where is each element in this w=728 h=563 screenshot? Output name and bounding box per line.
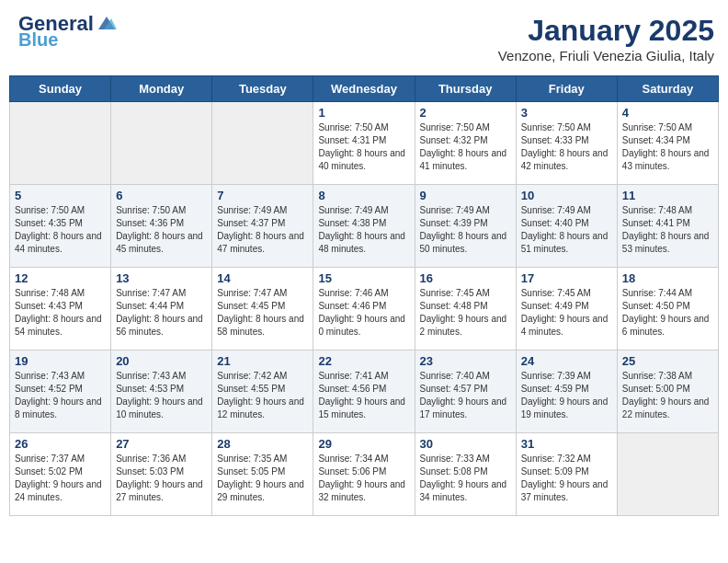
- calendar-cell: 6 Sunrise: 7:50 AMSunset: 4:36 PMDayligh…: [111, 185, 212, 268]
- day-number: 2: [420, 106, 511, 120]
- calendar-cell: 5 Sunrise: 7:50 AMSunset: 4:35 PMDayligh…: [10, 185, 111, 268]
- day-number: 19: [15, 354, 106, 368]
- calendar-cell: 17 Sunrise: 7:45 AMSunset: 4:49 PMDaylig…: [516, 268, 617, 350]
- day-number: 16: [420, 271, 511, 285]
- day-detail: Sunrise: 7:42 AMSunset: 4:55 PMDaylight:…: [217, 371, 304, 419]
- calendar-cell: 22 Sunrise: 7:41 AMSunset: 4:56 PMDaylig…: [313, 350, 415, 433]
- day-number: 18: [622, 271, 713, 285]
- calendar-cell: 14 Sunrise: 7:47 AMSunset: 4:45 PMDaylig…: [212, 268, 313, 350]
- week-row-2: 5 Sunrise: 7:50 AMSunset: 4:35 PMDayligh…: [10, 185, 719, 268]
- logo-icon: [97, 15, 117, 31]
- day-detail: Sunrise: 7:41 AMSunset: 4:56 PMDaylight:…: [318, 371, 405, 419]
- calendar-cell: 13 Sunrise: 7:47 AMSunset: 4:44 PMDaylig…: [111, 268, 212, 350]
- day-detail: Sunrise: 7:39 AMSunset: 4:59 PMDaylight:…: [521, 371, 609, 419]
- day-detail: Sunrise: 7:49 AMSunset: 4:37 PMDaylight:…: [217, 205, 304, 254]
- calendar-cell: 12 Sunrise: 7:48 AMSunset: 4:43 PMDaylig…: [10, 268, 111, 350]
- day-number: 23: [420, 354, 511, 368]
- calendar-cell: 1 Sunrise: 7:50 AMSunset: 4:31 PMDayligh…: [313, 102, 415, 185]
- day-detail: Sunrise: 7:50 AMSunset: 4:34 PMDaylight:…: [622, 122, 710, 171]
- calendar-cell: 29 Sunrise: 7:34 AMSunset: 5:06 PMDaylig…: [313, 433, 415, 516]
- calendar-cell: 21 Sunrise: 7:42 AMSunset: 4:55 PMDaylig…: [212, 350, 313, 433]
- day-detail: Sunrise: 7:37 AMSunset: 5:02 PMDaylight:…: [15, 454, 102, 502]
- day-detail: Sunrise: 7:50 AMSunset: 4:35 PMDaylight:…: [15, 205, 102, 254]
- week-row-1: 1 Sunrise: 7:50 AMSunset: 4:31 PMDayligh…: [10, 102, 719, 185]
- day-detail: Sunrise: 7:34 AMSunset: 5:06 PMDaylight:…: [318, 454, 405, 502]
- day-detail: Sunrise: 7:32 AMSunset: 5:09 PMDaylight:…: [521, 454, 609, 502]
- calendar-cell: 31 Sunrise: 7:32 AMSunset: 5:09 PMDaylig…: [516, 433, 617, 516]
- calendar-cell: 30 Sunrise: 7:33 AMSunset: 5:08 PMDaylig…: [415, 433, 516, 516]
- weekday-header-thursday: Thursday: [415, 76, 516, 102]
- day-number: 26: [15, 437, 106, 451]
- weekday-header-row: SundayMondayTuesdayWednesdayThursdayFrid…: [10, 76, 719, 102]
- calendar-cell: [10, 102, 111, 185]
- calendar-cell: 11 Sunrise: 7:48 AMSunset: 4:41 PMDaylig…: [617, 185, 718, 268]
- day-detail: Sunrise: 7:47 AMSunset: 4:45 PMDaylight:…: [217, 288, 304, 337]
- day-number: 13: [116, 271, 207, 285]
- day-number: 3: [521, 106, 612, 120]
- day-number: 8: [318, 189, 409, 202]
- day-detail: Sunrise: 7:45 AMSunset: 4:48 PMDaylight:…: [420, 288, 507, 337]
- day-number: 7: [217, 189, 308, 202]
- day-detail: Sunrise: 7:50 AMSunset: 4:36 PMDaylight:…: [116, 205, 203, 254]
- calendar-subtitle: Venzone, Friuli Venezia Giulia, Italy: [498, 48, 714, 63]
- day-detail: Sunrise: 7:44 AMSunset: 4:50 PMDaylight:…: [622, 288, 710, 337]
- weekday-header-tuesday: Tuesday: [212, 76, 313, 102]
- day-number: 29: [318, 437, 409, 451]
- calendar-title: January 2025: [498, 14, 714, 48]
- day-detail: Sunrise: 7:49 AMSunset: 4:39 PMDaylight:…: [420, 205, 507, 254]
- week-row-4: 19 Sunrise: 7:43 AMSunset: 4:52 PMDaylig…: [10, 350, 719, 433]
- day-detail: Sunrise: 7:50 AMSunset: 4:32 PMDaylight:…: [420, 122, 507, 171]
- calendar-cell: 24 Sunrise: 7:39 AMSunset: 4:59 PMDaylig…: [516, 350, 617, 433]
- calendar-cell: 25 Sunrise: 7:38 AMSunset: 5:00 PMDaylig…: [617, 350, 718, 433]
- day-number: 15: [318, 271, 409, 285]
- calendar-cell: 28 Sunrise: 7:35 AMSunset: 5:05 PMDaylig…: [212, 433, 313, 516]
- day-number: 11: [622, 189, 713, 202]
- day-number: 6: [116, 189, 207, 202]
- calendar-cell: 8 Sunrise: 7:49 AMSunset: 4:38 PMDayligh…: [313, 185, 415, 268]
- day-number: 27: [116, 437, 207, 451]
- calendar-cell: 7 Sunrise: 7:49 AMSunset: 4:37 PMDayligh…: [212, 185, 313, 268]
- day-number: 17: [521, 271, 612, 285]
- day-number: 1: [318, 106, 409, 120]
- day-detail: Sunrise: 7:46 AMSunset: 4:46 PMDaylight:…: [318, 288, 405, 337]
- calendar-cell: 2 Sunrise: 7:50 AMSunset: 4:32 PMDayligh…: [415, 102, 516, 185]
- day-number: 31: [521, 437, 612, 451]
- calendar-cell: [212, 102, 313, 185]
- calendar-cell: 19 Sunrise: 7:43 AMSunset: 4:52 PMDaylig…: [10, 350, 111, 433]
- logo: General Blue: [18, 14, 117, 49]
- day-detail: Sunrise: 7:35 AMSunset: 5:05 PMDaylight:…: [217, 454, 304, 502]
- calendar-cell: 27 Sunrise: 7:36 AMSunset: 5:03 PMDaylig…: [111, 433, 212, 516]
- day-detail: Sunrise: 7:40 AMSunset: 4:57 PMDaylight:…: [420, 371, 507, 419]
- day-detail: Sunrise: 7:45 AMSunset: 4:49 PMDaylight:…: [521, 288, 609, 337]
- day-number: 4: [622, 106, 713, 120]
- weekday-header-sunday: Sunday: [10, 76, 111, 102]
- day-detail: Sunrise: 7:36 AMSunset: 5:03 PMDaylight:…: [116, 454, 203, 502]
- day-number: 24: [521, 354, 612, 368]
- day-detail: Sunrise: 7:38 AMSunset: 5:00 PMDaylight:…: [622, 371, 710, 419]
- day-number: 12: [15, 271, 106, 285]
- calendar-cell: 9 Sunrise: 7:49 AMSunset: 4:39 PMDayligh…: [415, 185, 516, 268]
- day-detail: Sunrise: 7:33 AMSunset: 5:08 PMDaylight:…: [420, 454, 507, 502]
- week-row-3: 12 Sunrise: 7:48 AMSunset: 4:43 PMDaylig…: [10, 268, 719, 350]
- logo-blue: Blue: [18, 30, 58, 49]
- calendar-cell: 26 Sunrise: 7:37 AMSunset: 5:02 PMDaylig…: [10, 433, 111, 516]
- day-detail: Sunrise: 7:49 AMSunset: 4:40 PMDaylight:…: [521, 205, 609, 254]
- day-number: 28: [217, 437, 308, 451]
- day-detail: Sunrise: 7:43 AMSunset: 4:53 PMDaylight:…: [116, 371, 203, 419]
- calendar-cell: 15 Sunrise: 7:46 AMSunset: 4:46 PMDaylig…: [313, 268, 415, 350]
- day-number: 30: [420, 437, 511, 451]
- calendar-table: SundayMondayTuesdayWednesdayThursdayFrid…: [9, 75, 719, 516]
- day-number: 10: [521, 189, 612, 202]
- calendar-cell: 18 Sunrise: 7:44 AMSunset: 4:50 PMDaylig…: [617, 268, 718, 350]
- day-detail: Sunrise: 7:48 AMSunset: 4:41 PMDaylight:…: [622, 205, 710, 254]
- day-number: 25: [622, 354, 713, 368]
- weekday-header-monday: Monday: [111, 76, 212, 102]
- title-block: January 2025 Venzone, Friuli Venezia Giu…: [498, 14, 714, 63]
- week-row-5: 26 Sunrise: 7:37 AMSunset: 5:02 PMDaylig…: [10, 433, 719, 516]
- calendar-cell: 23 Sunrise: 7:40 AMSunset: 4:57 PMDaylig…: [415, 350, 516, 433]
- day-number: 20: [116, 354, 207, 368]
- weekday-header-friday: Friday: [516, 76, 617, 102]
- weekday-header-wednesday: Wednesday: [313, 76, 415, 102]
- day-detail: Sunrise: 7:48 AMSunset: 4:43 PMDaylight:…: [15, 288, 102, 337]
- weekday-header-saturday: Saturday: [617, 76, 718, 102]
